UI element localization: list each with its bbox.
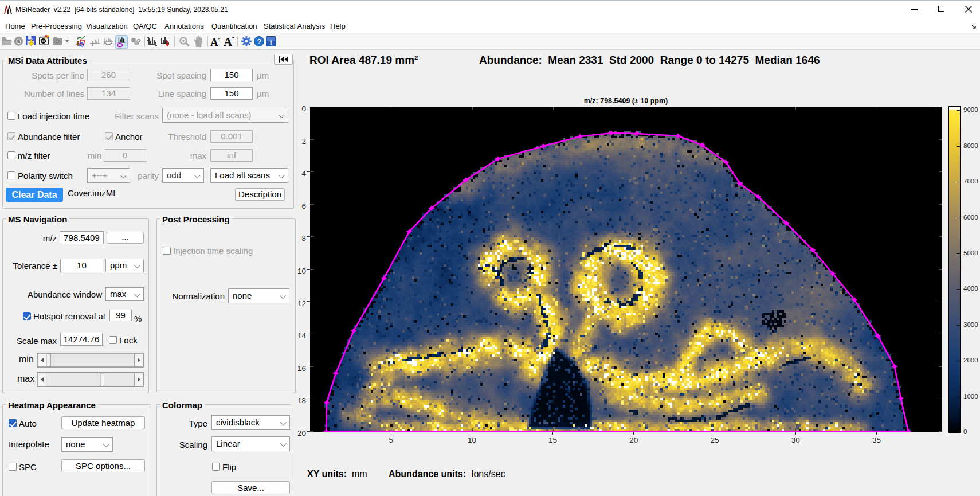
svg-text:?: ? bbox=[136, 37, 141, 46]
svg-text:A: A bbox=[210, 36, 218, 47]
svg-text:i: i bbox=[270, 38, 272, 46]
svg-text:?: ? bbox=[257, 37, 261, 46]
svg-text:A: A bbox=[224, 35, 233, 47]
